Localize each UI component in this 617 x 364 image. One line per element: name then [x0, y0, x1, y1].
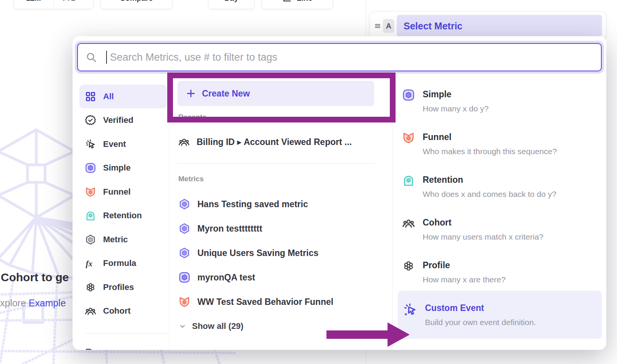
type-title: Simple [423, 89, 489, 100]
type-title: Cohort [423, 217, 543, 228]
simple-metric-icon [402, 89, 415, 101]
metric-list-item[interactable]: WW Test Saved Behavior Funnel [178, 293, 333, 310]
type-title: Funnel [423, 132, 557, 142]
recents-heading: Recents [178, 113, 207, 121]
sidebar-item-funnel[interactable]: Funnel [79, 180, 167, 204]
event-cursor-icon [85, 139, 96, 150]
sidebar-item-cohort[interactable]: Cohort [79, 299, 167, 323]
metric-slot-card: A Select Metric [370, 11, 606, 39]
retention-icon [402, 174, 415, 187]
retention-icon [85, 210, 96, 221]
create-new-button[interactable]: Create New [178, 81, 374, 106]
sidebar-item-event[interactable]: Event [79, 132, 167, 156]
screen: 12M YTD Compare Day Line A Select Metric… [0, 0, 617, 364]
grid-icon [85, 91, 96, 102]
saved-metric-hexagon-icon [178, 198, 191, 210]
sidebar-item-verified[interactable]: Verified [79, 108, 167, 132]
type-option-custom-event[interactable]: Custom EventBuild your own event definit… [398, 291, 602, 339]
compare-button[interactable]: Compare [100, 0, 173, 9]
sidebar-item-partial[interactable] [79, 341, 167, 350]
middle-divider [178, 163, 375, 164]
sidebar-item-retention[interactable]: Retention [79, 204, 167, 227]
metric-list-item[interactable]: Myron testttttttt [178, 220, 262, 237]
metric-hexagon-icon [85, 234, 96, 245]
type-title: Retention [423, 175, 556, 185]
type-option-profile[interactable]: ProfileHow many x are there? [402, 259, 606, 284]
metric-list-item[interactable]: Hans Testing saved metric [178, 196, 308, 213]
sidebar-item-profiles[interactable]: Profiles [79, 275, 167, 299]
search-input[interactable] [77, 43, 602, 71]
type-desc: Who does x and comes back to do y? [423, 190, 556, 199]
search-icon [86, 52, 97, 63]
show-all-toggle[interactable]: Show all (29) [178, 318, 243, 335]
line-chart-icon [282, 0, 292, 3]
text-cursor [106, 51, 107, 64]
granularity-day-button[interactable]: Day [208, 0, 255, 9]
custom-event-icon [403, 302, 417, 317]
metrics-heading: Metrics [178, 175, 204, 183]
tag-icon [85, 348, 96, 350]
example-reports-link[interactable]: Example [29, 298, 66, 308]
formula-fx-icon: fx [85, 258, 96, 269]
cohort-people-icon [402, 217, 415, 230]
type-option-retention[interactable]: RetentionWho does x and comes back to do… [402, 174, 606, 199]
saved-metric-hexagon-icon [178, 222, 191, 235]
profiles-cluster-icon [85, 282, 96, 293]
metric-list-item[interactable]: Unique Users Saving Metrics [178, 245, 318, 261]
saved-metric-hexagon-icon [178, 247, 191, 259]
verified-badge-icon [85, 114, 96, 126]
empty-state-subtitle: xplore Example [0, 298, 66, 309]
chevron-down-icon [178, 322, 187, 330]
type-title: Profile [423, 260, 506, 271]
sidebar-item-formula[interactable]: fx Formula [79, 251, 167, 275]
svg-text:fx: fx [86, 259, 93, 268]
type-desc: Who makes it through this sequence? [423, 147, 557, 156]
chevron-down-icon [79, 0, 86, 1]
recent-item[interactable]: Billing ID ▸ Account Viewed Report ... [178, 134, 352, 150]
search-field [77, 43, 602, 71]
date-range-control[interactable]: 12M YTD [13, 0, 94, 9]
metric-list-item[interactable]: myronQA test [178, 269, 255, 286]
empty-state-title: Cohort to ge [1, 271, 69, 284]
select-metric-slot[interactable]: Select Metric [397, 15, 602, 37]
range-ytd-button[interactable]: YTD [53, 0, 94, 9]
simple-metric-icon [178, 271, 191, 283]
type-option-funnel[interactable]: FunnelWho makes it through this sequence… [402, 131, 606, 156]
profiles-cluster-icon [402, 259, 415, 272]
funnel-icon [85, 186, 96, 198]
cohort-people-icon [85, 305, 96, 317]
sidebar-divider [85, 333, 167, 333]
cohort-people-icon [178, 136, 190, 148]
drag-handle-icon[interactable] [373, 21, 382, 31]
column-divider [169, 78, 170, 350]
type-desc: How many users match x criteria? [423, 232, 543, 242]
type-desc: Build your own event definition. [425, 318, 536, 327]
series-a-badge: A [383, 19, 394, 33]
column-divider [392, 78, 393, 350]
chart-type-line-button[interactable]: Line [262, 0, 333, 9]
plus-icon [186, 89, 196, 98]
type-option-simple[interactable]: SimpleHow many x do y? [402, 89, 606, 113]
type-desc: How many x do y? [423, 104, 489, 113]
metric-picker-modal: All Verified Event Simple Funnel Retenti… [73, 36, 606, 350]
sidebar-item-all[interactable]: All [79, 85, 167, 108]
clipped-label-fragment [103, 350, 110, 350]
type-option-cohort[interactable]: CohortHow many users match x criteria? [402, 217, 606, 242]
range-12m-button[interactable]: 12M [14, 0, 53, 9]
funnel-icon [402, 131, 415, 144]
sidebar-item-simple[interactable]: Simple [79, 156, 167, 180]
simple-metric-icon [85, 162, 96, 174]
type-desc: How many x are there? [423, 275, 506, 284]
funnel-icon [178, 296, 191, 308]
type-title: Custom Event [425, 303, 536, 313]
sidebar-item-metric[interactable]: Metric [79, 228, 167, 251]
